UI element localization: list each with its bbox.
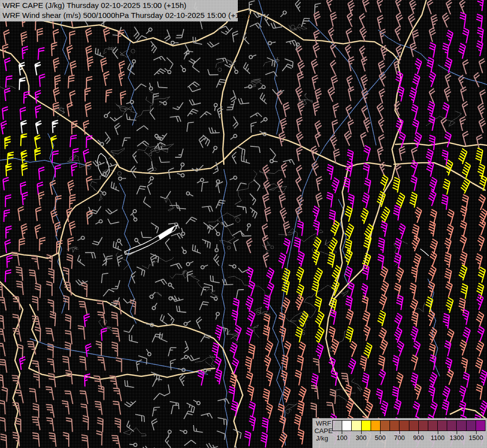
terrain-contour-ring — [271, 246, 274, 249]
wind-barb — [21, 32, 28, 46]
terrain-contour — [109, 148, 124, 159]
wind-barb — [176, 306, 187, 313]
terrain-contour — [142, 257, 174, 269]
wind-barb — [262, 194, 271, 208]
terrain-contour — [195, 356, 215, 370]
wind-barb — [1, 387, 7, 402]
wind-barb — [201, 286, 210, 298]
wind-barb — [314, 343, 324, 359]
wind-barb — [326, 237, 338, 253]
wind-barb — [261, 355, 271, 371]
wind-barb — [7, 255, 13, 267]
wind-barb — [34, 327, 40, 341]
wind-barb — [230, 446, 237, 448]
map-title-windshear: WRF Wind shear (m/s) 500/1000hPa Thursda… — [2, 11, 251, 20]
legend-color-cell — [428, 421, 438, 431]
wind-barb — [97, 356, 105, 371]
wind-barb — [311, 161, 322, 176]
river — [259, 0, 280, 134]
wind-barb — [159, 156, 170, 163]
wind-barb — [22, 192, 29, 205]
legend-tick-label: 1100 — [431, 434, 445, 442]
wind-barb — [65, 370, 72, 385]
wind-barb — [457, 148, 468, 164]
wind-barb — [236, 206, 247, 213]
wind-barb — [377, 15, 386, 30]
wind-barb — [201, 413, 212, 421]
wind-barb — [379, 207, 390, 223]
wind-barb — [227, 386, 235, 401]
wind-barb — [457, 340, 467, 355]
wind-barb — [474, 41, 483, 56]
terrain-contour — [123, 428, 146, 436]
wind-barb — [296, 165, 306, 180]
wind-barb — [411, 384, 421, 400]
wind-barb — [294, 0, 305, 12]
wind-barb — [474, 358, 483, 373]
wind-barb — [49, 432, 56, 447]
wind-barb — [238, 263, 250, 273]
wind-barb — [170, 116, 181, 123]
wind-barb — [146, 161, 153, 173]
wind-barb — [295, 86, 305, 101]
wind-barb — [408, 327, 418, 342]
wind-barb — [283, 222, 292, 236]
legend-label-wrf: WRF — [316, 420, 331, 427]
wind-barb — [175, 147, 183, 159]
wind-barb — [329, 389, 336, 404]
wind-barb — [94, 375, 101, 390]
wind-barb — [2, 44, 9, 58]
wind-barb — [4, 58, 12, 71]
wind-barb — [108, 217, 119, 224]
wind-barb — [216, 418, 228, 425]
wind-barb — [124, 380, 135, 388]
wind-barb — [98, 189, 106, 196]
wind-barb — [116, 358, 122, 372]
wind-barb — [440, 103, 450, 118]
legend-color-cell — [447, 421, 457, 431]
wind-barb — [232, 31, 240, 42]
wind-barb — [475, 195, 486, 210]
wind-barb — [149, 372, 161, 381]
wind-barb — [179, 429, 187, 434]
wind-barb — [199, 300, 209, 312]
wind-barb — [476, 135, 485, 149]
wind-barb — [377, 238, 385, 253]
wind-barb — [129, 443, 137, 447]
wind-barb — [129, 27, 140, 39]
wind-barb — [342, 249, 353, 265]
country-border — [394, 163, 485, 190]
wind-barb — [344, 309, 354, 325]
wind-barb — [391, 355, 399, 371]
legend-tick-label: 900 — [413, 434, 424, 442]
wind-barb — [53, 58, 61, 72]
wind-barb — [377, 0, 387, 12]
wind-barb — [475, 14, 483, 29]
wind-barb — [344, 385, 352, 400]
wind-barb — [120, 91, 127, 105]
wind-barb — [279, 194, 288, 208]
wind-barb — [394, 72, 403, 87]
wind-barb — [411, 147, 420, 162]
wind-barb — [311, 220, 319, 235]
wind-barb — [55, 222, 63, 236]
terrain-contour — [115, 104, 131, 112]
wind-barb — [344, 161, 353, 177]
wind-barb — [193, 425, 204, 433]
wind-barb — [122, 136, 131, 148]
wind-barb — [460, 87, 469, 102]
legend-tick-label: 1300 — [450, 434, 464, 442]
wind-barb — [12, 402, 20, 417]
wind-barb — [32, 296, 38, 311]
wind-barb — [86, 28, 94, 42]
wind-barb — [442, 314, 450, 329]
wind-barb — [409, 373, 418, 388]
wind-barb — [479, 59, 487, 73]
wind-barb — [95, 401, 102, 416]
wind-barb — [213, 325, 222, 340]
wind-barb — [231, 152, 241, 164]
wind-barb — [280, 10, 287, 18]
wind-barb — [443, 282, 453, 297]
wind-barb — [313, 327, 324, 342]
wind-barb — [410, 341, 421, 356]
